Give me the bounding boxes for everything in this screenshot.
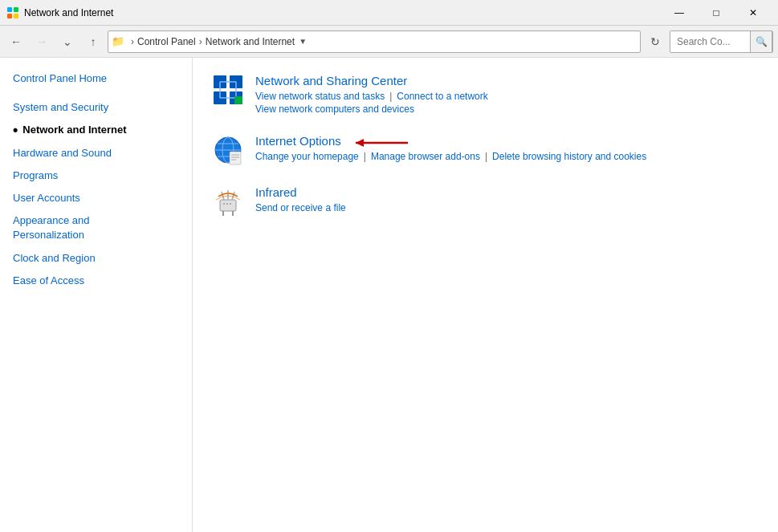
sidebar-item-network-and-internet[interactable]: Network and Internet: [0, 119, 192, 141]
network-sharing-links: View network status and tasks | Connect …: [255, 91, 759, 102]
refresh-button[interactable]: ↻: [644, 30, 666, 53]
maximize-button[interactable]: □: [698, 0, 735, 26]
address-current[interactable]: Network and Internet: [206, 36, 295, 47]
svg-rect-27: [230, 203, 231, 205]
infrared-title[interactable]: Infrared: [255, 185, 297, 199]
svg-rect-1: [14, 7, 18, 12]
search-input[interactable]: [670, 30, 751, 53]
sidebar-item-appearance[interactable]: Appearance and Personalization: [0, 209, 192, 246]
svg-rect-25: [223, 203, 225, 205]
address-separator: ›: [128, 36, 137, 47]
address-sep2: ›: [196, 36, 206, 47]
minimize-button[interactable]: —: [661, 0, 698, 26]
red-arrow-svg: [348, 135, 412, 151]
svg-rect-26: [226, 203, 228, 205]
svg-line-30: [232, 192, 234, 200]
send-receive-link[interactable]: Send or receive a file: [255, 202, 346, 213]
svg-rect-3: [14, 14, 18, 18]
recent-button[interactable]: ⌄: [56, 30, 79, 53]
view-status-link[interactable]: View network status and tasks: [255, 91, 385, 102]
sep1: |: [389, 91, 392, 102]
sidebar: Control Panel Home System and Security N…: [0, 58, 193, 532]
title-bar: Network and Internet — □ ✕: [0, 0, 778, 26]
section-network-sharing: Network and Sharing Center View network …: [212, 74, 759, 115]
up-button[interactable]: ↑: [82, 30, 104, 53]
sidebar-item-system-and-security[interactable]: System and Security: [0, 96, 192, 119]
close-button[interactable]: ✕: [735, 0, 772, 26]
network-sharing-title[interactable]: Network and Sharing Center: [255, 74, 407, 87]
internet-options-icon: [212, 134, 244, 166]
back-button[interactable]: ←: [5, 30, 27, 53]
svg-rect-24: [220, 200, 236, 211]
network-sharing-links2: View network computers and devices: [255, 104, 759, 115]
infrared-links: Send or receive a file: [255, 202, 759, 213]
svg-rect-12: [234, 96, 242, 104]
sep3: |: [485, 151, 487, 162]
manage-addons-link[interactable]: Manage browser add-ons: [371, 151, 480, 162]
sidebar-item-user-accounts[interactable]: User Accounts: [0, 187, 192, 209]
address-control-panel[interactable]: Control Panel: [137, 36, 196, 47]
sidebar-item-programs[interactable]: Programs: [0, 164, 192, 187]
view-computers-link[interactable]: View network computers and devices: [255, 104, 414, 115]
connect-network-link[interactable]: Connect to a network: [397, 91, 487, 102]
window-controls: — □ ✕: [661, 0, 772, 26]
search-button[interactable]: 🔍: [750, 30, 772, 53]
sidebar-item-hardware-and-sound[interactable]: Hardware and Sound: [0, 142, 192, 164]
sidebar-item-control-panel-home[interactable]: Control Panel Home: [0, 67, 192, 90]
forward-button[interactable]: →: [31, 30, 53, 53]
svg-marker-23: [356, 139, 364, 147]
network-sharing-text: Network and Sharing Center View network …: [255, 74, 759, 115]
internet-options-title[interactable]: Internet Options: [255, 134, 341, 148]
section-internet-options: Internet Options Change your homepage | …: [212, 134, 759, 166]
change-homepage-link[interactable]: Change your homepage: [255, 151, 359, 162]
window-title: Network and Internet: [24, 7, 661, 18]
infrared-text: Infrared Send or receive a file: [255, 185, 759, 213]
sep2: |: [364, 151, 366, 162]
internet-options-title-row: Internet Options: [255, 134, 759, 151]
svg-line-28: [222, 192, 224, 200]
address-folder-icon: 📁: [108, 35, 128, 47]
sidebar-item-clock-and-region[interactable]: Clock and Region: [0, 247, 192, 270]
svg-rect-18: [230, 152, 241, 164]
svg-rect-2: [7, 14, 12, 18]
infrared-icon: [212, 185, 244, 217]
red-arrow-annotation: [348, 135, 412, 151]
address-bar: ← → ⌄ ↑ 📁 › Control Panel › Network and …: [0, 26, 778, 58]
content-area: Network and Sharing Center View network …: [193, 58, 778, 532]
network-sharing-icon: [212, 74, 244, 106]
internet-options-links: Change your homepage | Manage browser ad…: [255, 151, 759, 162]
main-layout: Control Panel Home System and Security N…: [0, 58, 778, 532]
address-dropdown[interactable]: ▼: [295, 30, 311, 53]
svg-rect-0: [7, 7, 12, 12]
section-infrared: Infrared Send or receive a file: [212, 185, 759, 217]
sidebar-item-ease-of-access[interactable]: Ease of Access: [0, 270, 192, 292]
delete-history-link[interactable]: Delete browsing history and cookies: [492, 151, 646, 162]
internet-options-text: Internet Options Change your homepage | …: [255, 134, 759, 162]
app-icon: [6, 6, 19, 19]
